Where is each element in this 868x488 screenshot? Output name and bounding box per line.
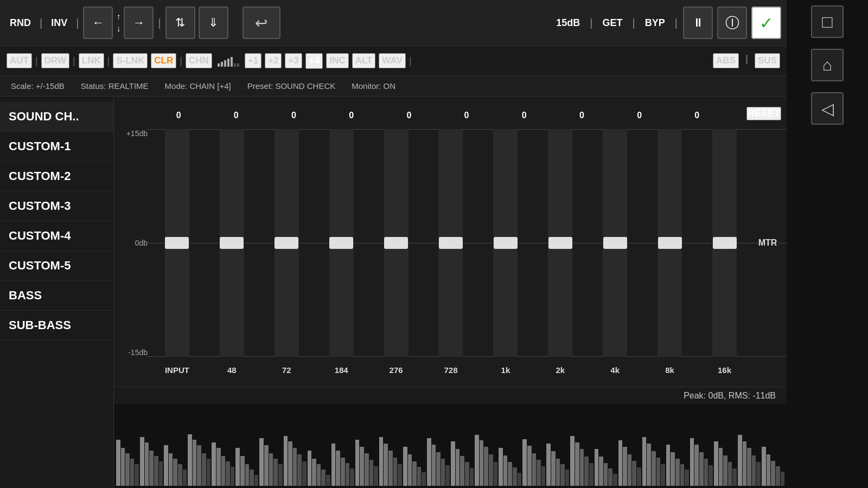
spec-bar-23-1: [671, 452, 675, 486]
slider-4k[interactable]: [590, 129, 640, 357]
slider-1k[interactable]: [480, 129, 531, 357]
spec-bar-21-4: [637, 467, 641, 486]
slider-input[interactable]: [152, 129, 202, 357]
clr-button[interactable]: CLR: [151, 53, 176, 68]
spec-bar-6-1: [264, 445, 269, 486]
back-button[interactable]: ↩: [242, 7, 280, 39]
freq-48: 48: [207, 365, 257, 387]
plus2-button[interactable]: +2: [265, 53, 282, 68]
plus3-button[interactable]: +3: [285, 53, 302, 68]
lnk-button[interactable]: LNK: [79, 53, 104, 68]
slider-track-728[interactable]: [438, 129, 463, 357]
slider-thumb-276[interactable]: [384, 237, 408, 249]
up-arrow-small[interactable]: ↑: [116, 12, 120, 22]
preset-custom5[interactable]: CUSTOM-5: [0, 251, 113, 281]
abs-button[interactable]: ABS: [713, 53, 739, 68]
slider-track-276[interactable]: [384, 129, 409, 357]
alt-button[interactable]: ALT: [352, 53, 376, 68]
inv-button[interactable]: INV: [47, 15, 72, 31]
slider-thumb-728[interactable]: [439, 237, 463, 249]
wav-button[interactable]: WAV: [379, 53, 405, 68]
down-arrow-small[interactable]: ↓: [116, 24, 120, 34]
spec-bar-25-0: [714, 441, 718, 486]
get-button[interactable]: GET: [598, 15, 627, 31]
confirm-button[interactable]: ✓: [751, 7, 781, 39]
slider-thumb-72[interactable]: [275, 237, 298, 249]
spec-bar-19-3: [584, 457, 589, 486]
home-icon-button[interactable]: ⌂: [811, 49, 844, 81]
spec-bar-21-0: [618, 440, 623, 486]
spec-bar-6-2: [269, 453, 273, 486]
byp-button[interactable]: BYP: [641, 15, 669, 31]
square-icon-button[interactable]: □: [811, 5, 844, 38]
spectrum-group-7: [284, 436, 307, 486]
spectrum-group-6: [259, 438, 282, 486]
slider-thumb-8k[interactable]: [658, 237, 682, 249]
slider-16k[interactable]: [699, 129, 750, 357]
pause-button[interactable]: ⏸: [683, 7, 713, 39]
plus4-button[interactable]: +4: [305, 53, 323, 69]
chn-button[interactable]: CHN: [186, 53, 212, 68]
slider-thumb-16k[interactable]: [713, 237, 737, 249]
slider-276[interactable]: [371, 129, 422, 357]
slider-8k[interactable]: [644, 129, 695, 357]
preset-sub-bass[interactable]: SUB-BASS: [0, 311, 113, 341]
plus1-button[interactable]: +1: [245, 53, 261, 68]
spec-bar-11-1: [384, 444, 388, 486]
spec-bar-21-1: [623, 447, 627, 486]
slider-thumb-input[interactable]: [165, 237, 189, 249]
slider-2k[interactable]: [535, 129, 585, 357]
up-down-button[interactable]: ⇅: [165, 7, 195, 39]
spec-bar-4-4: [231, 467, 235, 486]
right-arrow-button[interactable]: →: [124, 7, 154, 39]
sep3: |: [157, 17, 162, 29]
inc-button[interactable]: INC: [326, 53, 348, 68]
slider-thumb-4k[interactable]: [603, 237, 627, 249]
spec-bar-13-1: [432, 445, 436, 486]
slider-thumb-1k[interactable]: [494, 237, 518, 249]
mode-bar: AUT | DRW | LNK | S-LNK CLR | CHN +1 +2 …: [0, 46, 787, 76]
preset-custom3[interactable]: CUSTOM-3: [0, 191, 113, 221]
db-button[interactable]: 15dB: [552, 15, 584, 31]
slider-track-184[interactable]: [329, 129, 354, 357]
slider-track-4k[interactable]: [603, 129, 627, 357]
slider-thumb-2k[interactable]: [548, 237, 572, 249]
slider-thumb-48[interactable]: [220, 237, 244, 249]
slider-72[interactable]: [261, 129, 312, 357]
slider-thumb-184[interactable]: [329, 237, 353, 249]
left-arrow-button[interactable]: ←: [83, 7, 113, 39]
spec-bar-3-2: [197, 445, 201, 486]
slider-track-72[interactable]: [275, 129, 299, 357]
slider-48[interactable]: [207, 129, 257, 357]
eq-area: SOUND CH.. CUSTOM-1 CUSTOM-2 CUSTOM-3 CU…: [0, 97, 787, 488]
preset-sound-check[interactable]: SOUND CH..: [0, 102, 113, 132]
slider-track-2k[interactable]: [548, 129, 572, 357]
slider-track-48[interactable]: [220, 129, 244, 357]
spec-bar-2-3: [178, 464, 182, 486]
preset-custom1[interactable]: CUSTOM-1: [0, 132, 113, 162]
collapse-button[interactable]: ⇓: [199, 7, 228, 39]
preset-custom4[interactable]: CUSTOM-4: [0, 221, 113, 251]
slnk-button[interactable]: S-LNK: [113, 53, 148, 68]
slider-track-input[interactable]: [165, 129, 189, 357]
back-icon-button[interactable]: ◁: [811, 92, 844, 125]
sus-button[interactable]: SUS: [755, 53, 780, 68]
rnd-button[interactable]: RND: [5, 15, 35, 31]
spectrum-group-5: [235, 448, 258, 486]
drw-button[interactable]: DRW: [41, 53, 69, 68]
slider-track-16k[interactable]: [712, 129, 737, 357]
spec-bar-7-2: [293, 448, 297, 486]
slider-184[interactable]: [316, 129, 367, 357]
reset-button[interactable]: RESET: [746, 107, 781, 120]
monitor-label: Monitor: ON: [352, 81, 395, 91]
aut-button[interactable]: AUT: [7, 53, 32, 68]
spec-bar-27-4: [781, 472, 785, 486]
preset-bass[interactable]: BASS: [0, 281, 113, 311]
info-button[interactable]: Ⓘ: [717, 7, 747, 39]
spectrum-group-4: [212, 442, 234, 486]
slider-track-1k[interactable]: [493, 129, 518, 357]
slider-track-8k[interactable]: [658, 129, 682, 357]
spec-bar-10-2: [365, 453, 369, 486]
slider-728[interactable]: [426, 129, 476, 357]
preset-custom2[interactable]: CUSTOM-2: [0, 162, 113, 191]
